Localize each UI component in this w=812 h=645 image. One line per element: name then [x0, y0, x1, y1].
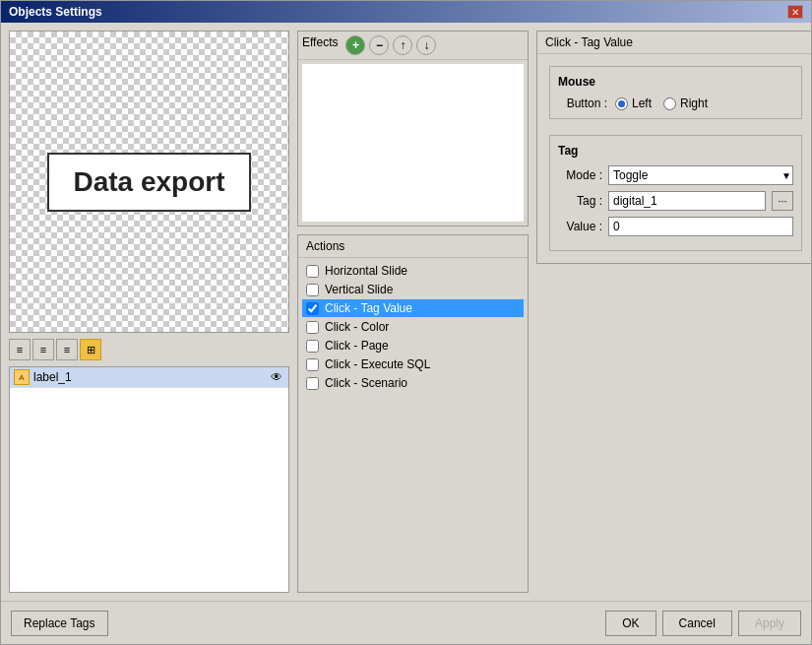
- click-execute-sql-label: Click - Execute SQL: [325, 357, 430, 371]
- click-color-checkbox[interactable]: [306, 321, 319, 334]
- button-field-row: Button : Left Right: [558, 97, 793, 110]
- click-execute-sql-checkbox[interactable]: [306, 358, 319, 371]
- tag-browse-btn[interactable]: ···: [772, 191, 793, 211]
- radio-right[interactable]: Right: [663, 97, 708, 110]
- close-button[interactable]: ✕: [787, 5, 803, 19]
- effects-up-btn[interactable]: ↑: [393, 35, 412, 55]
- main-content: Data export ≡ ≡ ≡ ⊞ A label_1 👁 E: [1, 23, 811, 601]
- horizontal-slide-label: Horizontal Slide: [325, 264, 407, 278]
- value-input[interactable]: [608, 217, 793, 236]
- effects-section: Effects + − ↑ ↓: [297, 31, 529, 226]
- tag-field-row: Tag : ···: [558, 191, 793, 211]
- action-vertical-slide[interactable]: Vertical Slide: [302, 281, 524, 298]
- radio-group: Left Right: [615, 97, 708, 110]
- apply-button[interactable]: Apply: [738, 611, 801, 636]
- mode-field-row: Mode : Toggle Set Reset Momentary ▼: [558, 165, 793, 185]
- actions-list: Horizontal Slide Vertical Slide Click - …: [298, 258, 528, 396]
- tag-header: Tag: [558, 144, 793, 158]
- title-bar-text: Objects Settings: [9, 5, 102, 19]
- effects-down-btn[interactable]: ↓: [416, 35, 436, 55]
- item-label: label_1: [33, 370, 265, 384]
- left-panel: Data export ≡ ≡ ≡ ⊞ A label_1 👁: [9, 31, 289, 593]
- radio-left[interactable]: Left: [615, 97, 652, 110]
- button-label: Button :: [558, 97, 607, 110]
- mouse-subsection: Mouse Button : Left Right: [549, 66, 802, 119]
- radio-left-label: Left: [632, 97, 652, 110]
- align-left-btn[interactable]: ≡: [9, 339, 31, 360]
- objects-list: A label_1 👁: [9, 366, 289, 593]
- toolbar-row: ≡ ≡ ≡ ⊞: [9, 337, 289, 362]
- tag-subsection: Tag Mode : Toggle Set Reset Momentary: [549, 135, 802, 251]
- action-click-page[interactable]: Click - Page: [302, 337, 524, 355]
- preview-label: Data export: [47, 153, 250, 212]
- action-click-color[interactable]: Click - Color: [302, 318, 524, 336]
- bottom-bar: Replace Tags OK Cancel Apply: [1, 601, 811, 644]
- click-color-label: Click - Color: [325, 320, 389, 334]
- grid-view-btn[interactable]: ⊞: [80, 339, 101, 360]
- right-section-header: Click - Tag Value: [537, 32, 811, 54]
- effects-header: Effects: [302, 35, 338, 55]
- vertical-slide-checkbox[interactable]: [306, 284, 319, 296]
- value-field-row: Value :: [558, 217, 793, 236]
- click-page-label: Click - Page: [325, 339, 389, 353]
- window: Objects Settings ✕ Data export ≡ ≡ ≡ ⊞ A…: [0, 0, 812, 645]
- tag-input[interactable]: [608, 191, 766, 211]
- actions-section: Actions Horizontal Slide Vertical Slide …: [297, 234, 529, 593]
- radio-right-label: Right: [680, 97, 708, 110]
- radio-right-dot: [663, 97, 676, 110]
- action-buttons: OK Cancel Apply: [605, 611, 801, 636]
- tag-label: Tag :: [558, 194, 602, 208]
- list-item[interactable]: A label_1 👁: [10, 367, 288, 388]
- item-icon: A: [14, 369, 30, 385]
- mode-select[interactable]: Toggle Set Reset Momentary: [608, 165, 793, 185]
- replace-tags-button[interactable]: Replace Tags: [11, 611, 108, 636]
- right-section-body: Mouse Button : Left Right: [537, 54, 811, 263]
- preview-area: Data export: [9, 31, 289, 333]
- mode-dropdown-wrapper: Toggle Set Reset Momentary ▼: [608, 165, 793, 185]
- click-page-checkbox[interactable]: [306, 340, 319, 353]
- title-bar: Objects Settings ✕: [1, 1, 811, 23]
- click-scenario-label: Click - Scenario: [325, 376, 407, 390]
- effects-remove-btn[interactable]: −: [369, 35, 389, 55]
- middle-panel: Effects + − ↑ ↓ Actions Horizontal Slide: [297, 31, 529, 593]
- actions-header: Actions: [298, 235, 528, 258]
- action-horizontal-slide[interactable]: Horizontal Slide: [302, 262, 524, 280]
- ok-button[interactable]: OK: [605, 611, 656, 636]
- action-click-tag-value[interactable]: Click - Tag Value: [302, 299, 524, 317]
- horizontal-slide-checkbox[interactable]: [306, 265, 319, 278]
- click-tag-value-section: Click - Tag Value Mouse Button : Left: [536, 31, 811, 264]
- action-click-scenario[interactable]: Click - Scenario: [302, 374, 524, 392]
- effects-content: [302, 64, 524, 222]
- click-tag-value-label: Click - Tag Value: [325, 301, 412, 315]
- value-label: Value :: [558, 220, 602, 233]
- radio-left-dot: [615, 97, 628, 110]
- right-panel: Click - Tag Value Mouse Button : Left: [536, 31, 811, 593]
- click-scenario-checkbox[interactable]: [306, 377, 319, 390]
- align-right-btn[interactable]: ≡: [56, 339, 78, 360]
- align-center-btn[interactable]: ≡: [32, 339, 54, 360]
- effects-add-btn[interactable]: +: [345, 35, 365, 55]
- effects-toolbar: Effects + − ↑ ↓: [298, 32, 528, 60]
- vertical-slide-label: Vertical Slide: [325, 283, 393, 296]
- visibility-toggle[interactable]: 👁: [269, 369, 284, 385]
- cancel-button[interactable]: Cancel: [662, 611, 732, 636]
- mode-label: Mode :: [558, 168, 602, 182]
- action-click-execute-sql[interactable]: Click - Execute SQL: [302, 355, 524, 373]
- click-tag-value-checkbox[interactable]: [306, 302, 319, 315]
- mouse-header: Mouse: [558, 75, 793, 89]
